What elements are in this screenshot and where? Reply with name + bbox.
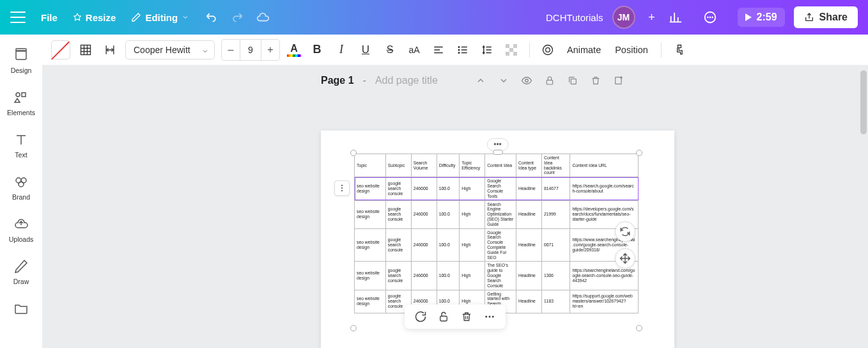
italic-button[interactable]: I: [332, 41, 350, 59]
table-row[interactable]: seo website designgoogle search console2…: [355, 200, 639, 228]
table-header[interactable]: Content Idea type: [516, 154, 542, 177]
format-painter-icon[interactable]: [670, 41, 688, 59]
resize-handle[interactable]: [350, 150, 357, 156]
spacing-icon[interactable]: [101, 41, 119, 59]
resize-handle[interactable]: [636, 325, 642, 331]
collapse-up-icon[interactable]: [474, 74, 487, 87]
table-header[interactable]: Content Idea: [485, 154, 516, 177]
move-float-button[interactable]: [615, 248, 635, 269]
svg-point-28: [485, 316, 487, 318]
bold-button[interactable]: B: [308, 41, 326, 59]
svg-rect-2: [16, 49, 26, 51]
svg-rect-23: [616, 77, 621, 84]
page-title-input[interactable]: Add page title: [375, 75, 438, 86]
sync-float-button[interactable]: [615, 221, 635, 242]
duplicate-page-icon[interactable]: [566, 74, 579, 87]
svg-point-20: [525, 79, 529, 83]
sidebar-item-draw[interactable]: Draw: [0, 253, 42, 290]
more-element-icon[interactable]: [483, 310, 497, 324]
analytics-icon[interactable]: [669, 10, 683, 24]
resize-handle[interactable]: [493, 150, 503, 155]
share-button[interactable]: Share: [794, 6, 858, 28]
table-row[interactable]: seo website designgoogle search console2…: [355, 262, 639, 290]
table-header[interactable]: Topic Efficiency: [460, 154, 485, 177]
svg-point-3: [16, 93, 20, 97]
sidebar-item-projects[interactable]: [0, 296, 42, 321]
table-header[interactable]: Content Idea URL: [570, 154, 639, 177]
svg-rect-14: [513, 44, 517, 48]
svg-rect-4: [22, 93, 26, 97]
undo-button[interactable]: [205, 10, 219, 24]
cloud-sync-icon[interactable]: [256, 10, 270, 24]
table-header[interactable]: Search Volume: [411, 154, 437, 177]
sidebar-item-text[interactable]: Text: [0, 127, 42, 164]
svg-rect-8: [81, 45, 91, 54]
table-row[interactable]: seo website designgoogle search console2…: [355, 177, 639, 200]
svg-rect-15: [509, 48, 513, 52]
grid-icon[interactable]: [77, 41, 95, 59]
svg-rect-1: [16, 51, 26, 59]
svg-point-9: [458, 46, 460, 47]
animate-button[interactable]: Animate: [563, 45, 605, 55]
strikethrough-button[interactable]: S: [381, 41, 399, 59]
font-family-select[interactable]: Cooper Hewitt: [125, 40, 215, 59]
regenerate-icon[interactable]: [414, 310, 428, 324]
menu-button[interactable]: [10, 12, 26, 23]
svg-point-7: [19, 182, 24, 187]
position-button[interactable]: Position: [611, 45, 652, 55]
expand-down-icon[interactable]: [497, 74, 510, 87]
table-row[interactable]: seo website designgoogle search console2…: [355, 228, 639, 262]
lock-icon[interactable]: [543, 74, 556, 87]
add-member-button[interactable]: +: [644, 10, 660, 25]
sidebar-item-elements[interactable]: Elements: [0, 84, 42, 122]
delete-page-icon[interactable]: [589, 74, 602, 87]
sidebar-item-brand[interactable]: Brand: [0, 169, 42, 206]
font-size-increase[interactable]: +: [261, 40, 279, 60]
page-number-label: Page 1: [321, 75, 354, 86]
svg-point-19: [546, 47, 550, 52]
line-spacing-button[interactable]: [478, 41, 496, 59]
fill-color-swatch[interactable]: [51, 40, 70, 59]
comment-icon[interactable]: [703, 10, 717, 24]
file-menu[interactable]: File: [41, 12, 58, 23]
svg-rect-16: [506, 52, 509, 56]
underline-button[interactable]: U: [357, 41, 375, 59]
effects-icon[interactable]: [539, 41, 557, 59]
list-button[interactable]: [454, 41, 472, 59]
editing-mode[interactable]: Editing: [131, 12, 189, 23]
table-header[interactable]: Topic: [355, 154, 386, 177]
svg-rect-22: [571, 79, 576, 84]
row-context-button[interactable]: [334, 180, 350, 196]
text-color-button[interactable]: A: [286, 43, 302, 57]
font-size-value[interactable]: 9: [240, 40, 261, 60]
case-button[interactable]: aA: [405, 41, 423, 59]
table-header[interactable]: Content Idea backlinks count: [541, 154, 570, 177]
svg-point-24: [341, 185, 343, 186]
present-timer[interactable]: 2:59: [738, 8, 785, 27]
avatar[interactable]: JM: [612, 6, 635, 29]
resize-handle[interactable]: [350, 325, 357, 331]
delete-element-icon[interactable]: [460, 310, 474, 324]
svg-rect-21: [546, 80, 552, 84]
svg-point-26: [341, 190, 343, 191]
redo-button[interactable]: [230, 10, 244, 24]
svg-rect-27: [440, 316, 447, 321]
table-header[interactable]: Subtopic: [385, 154, 411, 177]
sidebar-item-uploads[interactable]: Uploads: [0, 211, 42, 248]
svg-rect-17: [513, 52, 517, 56]
page-options-button[interactable]: •••: [486, 138, 509, 151]
transparency-button[interactable]: [502, 41, 520, 59]
align-button[interactable]: [430, 41, 447, 59]
font-size-decrease[interactable]: –: [222, 40, 240, 60]
sidebar-item-design[interactable]: Design: [0, 42, 42, 79]
resize-button[interactable]: Resize: [73, 12, 116, 23]
add-page-icon[interactable]: [612, 74, 625, 87]
data-table[interactable]: TopicSubtopicSearch VolumeDifficultyTopi…: [354, 154, 639, 313]
play-icon: [745, 13, 752, 21]
lock-element-icon[interactable]: [437, 310, 451, 324]
table-header[interactable]: Difficulty: [437, 154, 460, 177]
svg-rect-13: [506, 44, 509, 48]
visibility-icon[interactable]: [520, 74, 533, 87]
vertical-scrollbar[interactable]: [860, 70, 867, 134]
resize-handle[interactable]: [636, 150, 642, 156]
